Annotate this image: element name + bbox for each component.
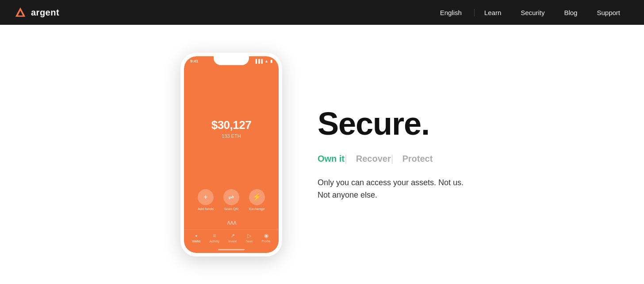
exchange-icon: ⚡	[249, 189, 265, 205]
home-indicator	[184, 247, 279, 253]
wifi-icon: ▲	[264, 59, 268, 63]
nav-wallet[interactable]: ▪ Wallet	[192, 233, 200, 243]
nav-profile[interactable]: ◉ Profile	[262, 233, 271, 243]
invest-icon: ↗	[230, 233, 235, 239]
nav-right: English Learn Security Blog Support	[428, 9, 630, 16]
wallet-nav-label: Wallet	[192, 240, 200, 243]
nav-support[interactable]: Support	[587, 9, 630, 16]
argent-logo-icon	[14, 6, 27, 19]
status-icons: ▐▐▐ ▲ ▮	[254, 59, 272, 63]
hero-tabs: Own it | Recover | Protect	[318, 153, 464, 164]
language-selector[interactable]: English	[428, 9, 475, 16]
phone-mockup: 9:41 ▐▐▐ ▲ ▮ $30,127 133 ETH +	[180, 53, 282, 257]
hero-title: Secure.	[318, 107, 464, 141]
nav-blog[interactable]: Blog	[554, 9, 587, 16]
hero-description-line1: Only you can access your assets. Not us.	[318, 178, 464, 187]
add-funds-label: Add funds	[198, 207, 214, 211]
wallet-icon: ▪	[196, 233, 197, 239]
home-bar	[218, 249, 245, 250]
swipe-indicator: ∧∧∧	[184, 215, 279, 230]
nav-links: Learn Security Blog Support	[475, 9, 630, 16]
nav-activity[interactable]: ≡ Activity	[210, 233, 219, 243]
activity-icon: ≡	[213, 233, 216, 239]
phone-time: 9:41	[190, 59, 198, 63]
hero-description: Only you can access your assets. Not us.…	[318, 177, 464, 202]
tab-recover[interactable]: Recover	[356, 154, 391, 164]
brand-name: argent	[31, 8, 59, 18]
signal-icon: ▐▐▐	[254, 59, 263, 63]
nav-invest[interactable]: ↗ Invest	[228, 233, 237, 243]
chevrons-up-icon: ∧∧∧	[226, 219, 236, 226]
add-funds-icon: +	[198, 189, 214, 205]
balance-usd: $30,127	[211, 118, 251, 132]
tab-own-it[interactable]: Own it	[318, 154, 345, 164]
phone-screen: 9:41 ▐▐▐ ▲ ▮ $30,127 133 ETH +	[184, 56, 279, 253]
profile-icon: ◉	[264, 233, 268, 239]
action-add-funds[interactable]: + Add funds	[198, 189, 214, 211]
action-scan-qr[interactable]: ⇌ Scan QR	[223, 189, 239, 211]
nav-save[interactable]: ▷ Save	[245, 233, 253, 243]
brand-logo[interactable]: argent	[14, 6, 59, 19]
phone-balance-area: $30,127 133 ETH	[184, 63, 279, 189]
nav-learn[interactable]: Learn	[475, 9, 511, 16]
navigation: argent English Learn Security Blog Suppo…	[0, 0, 644, 25]
exchange-label: Exchange	[249, 207, 265, 211]
phone-notch	[214, 56, 249, 65]
balance-eth: 133 ETH	[222, 133, 241, 139]
main-content: 9:41 ▐▐▐ ▲ ▮ $30,127 133 ETH +	[0, 25, 644, 284]
nav-security[interactable]: Security	[511, 9, 554, 16]
hero-content: Secure. Own it | Recover | Protect Only …	[318, 107, 464, 202]
scan-qr-icon: ⇌	[223, 189, 239, 205]
profile-nav-label: Profile	[262, 240, 271, 243]
save-icon: ▷	[247, 233, 251, 239]
battery-icon: ▮	[270, 59, 272, 63]
activity-nav-label: Activity	[210, 240, 219, 243]
tab-protect[interactable]: Protect	[402, 154, 441, 164]
phone-frame: 9:41 ▐▐▐ ▲ ▮ $30,127 133 ETH +	[180, 53, 282, 257]
action-exchange[interactable]: ⚡ Exchange	[249, 189, 265, 211]
invest-nav-label: Invest	[228, 240, 237, 243]
phone-actions: + Add funds ⇌ Scan QR ⚡ Exchange	[184, 189, 279, 215]
hero-description-line2: Not anyone else.	[318, 191, 377, 199]
phone-bottom-nav: ▪ Wallet ≡ Activity ↗ Invest ▷ Save	[184, 230, 279, 247]
tab-divider-2: |	[391, 153, 394, 164]
tab-divider-1: |	[345, 153, 347, 164]
save-nav-label: Save	[245, 240, 253, 243]
scan-qr-label: Scan QR	[224, 207, 238, 211]
